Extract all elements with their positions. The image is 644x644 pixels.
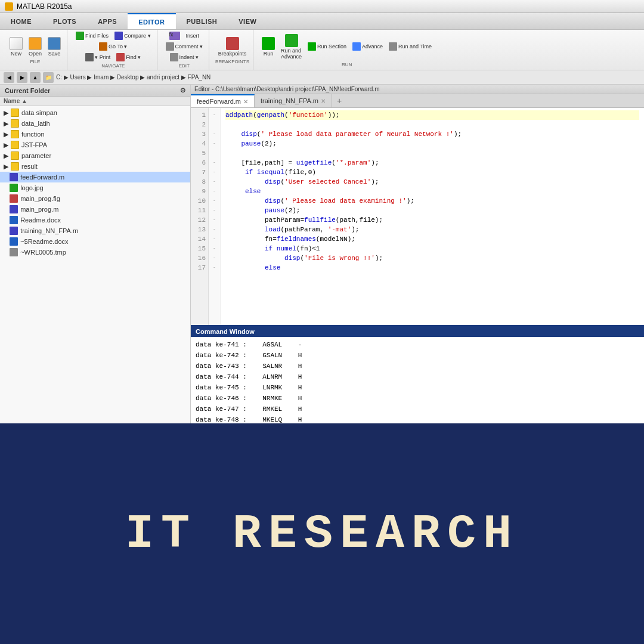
run-advance-button[interactable]: Run andAdvance	[278, 33, 304, 61]
code-line: [file,path] = uigetfile('*.param');	[225, 158, 639, 168]
tab-close-icon[interactable]: ✕	[243, 98, 248, 105]
open-button[interactable]: Open	[26, 36, 44, 58]
line-marker: -	[209, 234, 220, 244]
list-item[interactable]: ▶ data_latih	[0, 118, 190, 129]
line-num: 6	[191, 158, 208, 168]
goto-button[interactable]: Go To ▾	[97, 42, 129, 51]
tab-label: feedForward.m	[197, 98, 241, 105]
nav-back-button[interactable]: ◀	[4, 72, 14, 83]
nav-bar: ◀ ▶ ▲ 📁 C: ▶ Users ▶ Imam ▶ Desktop ▶ an…	[0, 70, 644, 85]
cmd-line: data ke-747 : RMKEL H	[196, 404, 639, 414]
menu-apps[interactable]: APPS	[87, 13, 128, 29]
new-button[interactable]: New	[7, 36, 25, 58]
expand-icon: ▶	[4, 109, 8, 117]
panel-options-icon[interactable]: ⊙	[180, 86, 185, 94]
item-name: training_NN_FPA.m	[20, 227, 78, 234]
line-num: 12	[191, 215, 208, 225]
find-files-button[interactable]: Find Files	[73, 31, 111, 41]
item-name: ~$Readme.docx	[20, 238, 68, 245]
tab-feedforward[interactable]: feedForward.m ✕	[191, 94, 255, 107]
comment-icon	[166, 42, 174, 51]
line-marker: -	[209, 129, 220, 139]
run-section-button[interactable]: Run Section	[305, 42, 349, 51]
find-button[interactable]: Find ▾	[114, 52, 143, 62]
editor-title: Editor - C:\Users\Imam\Desktop\andri pro…	[194, 86, 379, 92]
spacer	[4, 206, 7, 213]
cmd-line: data ke-744 : ALNRM H	[196, 371, 639, 382]
nav-forward-button[interactable]: ▶	[17, 72, 27, 83]
tab-close-icon[interactable]: ✕	[321, 98, 326, 104]
menu-home[interactable]: HOME	[0, 13, 42, 29]
line-markers: - - - - - - - - - - - - - - -	[209, 108, 221, 325]
list-item[interactable]: ~$Readme.docx	[0, 236, 190, 247]
list-item[interactable]: feedForward.m	[0, 172, 190, 182]
cmd-text: data ke-742 : GSALN H	[196, 352, 302, 359]
run-icon	[262, 37, 275, 50]
save-icon	[48, 37, 61, 50]
edit-group-label: EDIT	[179, 63, 190, 69]
code-line: load(pathParam, '-mat');	[225, 225, 639, 234]
code-content[interactable]: addpath(genpath('function')); disp(' Ple…	[221, 108, 644, 325]
list-item[interactable]: ▶ parameter	[0, 150, 190, 161]
item-name: data_latih	[21, 120, 50, 127]
advance-icon	[352, 42, 361, 51]
line-num: 14	[191, 234, 208, 244]
folder-icon	[11, 130, 19, 138]
advance-button[interactable]: Advance	[350, 42, 385, 51]
code-line: fn=fieldnames(modelNN);	[225, 234, 639, 244]
run-group-label: RUN	[342, 62, 352, 67]
menu-editor[interactable]: EDITOR	[128, 13, 175, 29]
compare-button[interactable]: Compare ▾	[112, 31, 153, 41]
nav-up-button[interactable]: ▲	[30, 72, 41, 83]
list-item[interactable]: ▶ function	[0, 129, 190, 140]
list-item[interactable]: logo.jpg	[0, 182, 190, 193]
list-item[interactable]: ▶ JST-FPA	[0, 140, 190, 150]
toolbar: New Open Save FILE Find Files	[0, 30, 644, 70]
menu-publish[interactable]: PUBLISH	[176, 13, 228, 29]
breakpoints-button[interactable]: Breakpoints	[216, 36, 249, 58]
save-button[interactable]: Save	[45, 36, 63, 58]
add-tab-button[interactable]: +	[332, 94, 346, 107]
title-bar: MATLAB R2015a	[0, 0, 644, 13]
print-button[interactable]: ▾ Print	[83, 52, 113, 62]
list-item[interactable]: main_prog.m	[0, 204, 190, 215]
code-line: else	[225, 263, 639, 273]
docx-file-icon	[10, 237, 18, 246]
nav-browse-button[interactable]: 📁	[43, 72, 54, 83]
new-label: New	[11, 51, 21, 57]
item-name: feedForward.m	[20, 174, 64, 181]
list-item[interactable]: main_prog.fig	[0, 193, 190, 204]
line-marker: -	[209, 253, 220, 263]
indent-button[interactable]: Indent ▾	[168, 52, 202, 62]
run-time-button[interactable]: Run and Time	[386, 42, 434, 51]
menu-plots[interactable]: PLOTS	[42, 13, 87, 29]
run-row1: Run Run andAdvance Run Section Advance R…	[259, 33, 434, 61]
list-item[interactable]: ~WRL0005.tmp	[0, 247, 190, 258]
item-name: JST-FPA	[21, 141, 47, 148]
insert-button[interactable]: fx	[167, 31, 182, 41]
code-line: disp('File is wrong !!');	[225, 253, 639, 263]
current-folder-title: Current Folder	[5, 87, 50, 94]
tab-training[interactable]: training_NN_FPA.m ✕	[255, 94, 332, 107]
cmd-text: data ke-745 : LNRMK H	[196, 384, 302, 391]
list-item[interactable]: ▶ result	[0, 161, 190, 172]
list-item[interactable]: training_NN_FPA.m	[0, 225, 190, 236]
m-file-icon	[10, 227, 18, 235]
menu-view[interactable]: VIEW	[228, 13, 267, 29]
open-label: Open	[29, 51, 42, 57]
line-num: 1	[191, 110, 208, 120]
code-line: disp(' Please load data examining !');	[225, 196, 639, 206]
run-button[interactable]: Run	[259, 36, 277, 58]
expand-icon: ▶	[4, 163, 8, 171]
find-icon	[116, 53, 125, 61]
jpg-file-icon	[10, 184, 18, 192]
insert-label-button[interactable]: Insert	[184, 32, 202, 39]
comment-button[interactable]: Comment ▾	[163, 42, 206, 51]
list-item[interactable]: ▶ data simpan	[0, 107, 190, 118]
list-item[interactable]: Readme.docx	[0, 215, 190, 225]
editor-tabs: feedForward.m ✕ training_NN_FPA.m ✕ +	[191, 94, 644, 108]
item-name: main_prog.fig	[20, 195, 60, 202]
new-icon	[10, 37, 23, 50]
command-content[interactable]: data ke-741 : AGSAL - data ke-742 : GSAL…	[191, 337, 644, 423]
run-label: Run	[264, 51, 274, 57]
